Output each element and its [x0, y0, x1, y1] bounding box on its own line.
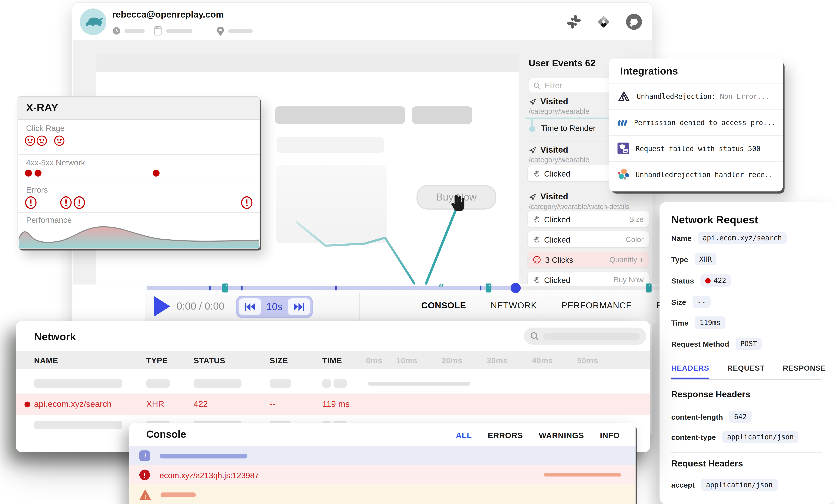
console-row-warning[interactable]: ! [129, 485, 636, 504]
cursor-hand-icon [448, 193, 466, 214]
divider [671, 452, 822, 453]
user-events-count: 62 [585, 58, 596, 68]
integration-error-text: Unhandledrejection handler rece.. [636, 171, 773, 178]
search-skeleton [543, 333, 640, 340]
tab-request[interactable]: REQUEST [727, 364, 765, 379]
event-marker-icon[interactable] [486, 284, 491, 292]
divider [18, 182, 260, 182]
skip-forward-button[interactable] [288, 299, 310, 315]
waves-icon [617, 116, 628, 128]
network-error-dot[interactable] [153, 170, 160, 177]
play-button[interactable] [154, 296, 171, 316]
network-table-header: NAME TYPE STATUS SIZE TIME 0ms 10ms 20ms… [16, 351, 650, 369]
hand-pointer-icon [533, 169, 540, 177]
request-detail-tabs: HEADERS REQUEST RESPONSE [671, 364, 826, 379]
time-to-render-label[interactable]: Time to Render [541, 123, 596, 132]
xray-title: X-RAY [26, 102, 58, 114]
field-status-value: 422 [700, 275, 731, 287]
hand-pointer-icon [533, 235, 540, 243]
angry-face-icon[interactable] [24, 135, 36, 146]
integration-row-elastic[interactable]: Unhandledrejection handler rece.. [609, 161, 783, 187]
error-badge-icon[interactable] [60, 196, 72, 210]
player-time: 0:00 / 0:00 [177, 301, 224, 312]
xray-section-label: Performance [26, 215, 72, 224]
console-title: Console [146, 429, 186, 440]
header-accept: accept application/json [671, 479, 777, 491]
console-panel: Console ALL ERRORS WARNINGS INFO i ! eco… [129, 423, 636, 504]
player-timeline[interactable]: “ [147, 286, 723, 290]
tab-all[interactable]: ALL [456, 431, 472, 440]
skip-controls: 10s [236, 296, 313, 318]
content-type-value: application/json [722, 431, 798, 443]
xray-section-label: Click Rage [26, 123, 65, 132]
session-header: rebecca@openreplay.com [72, 3, 652, 40]
error-badge-icon[interactable] [24, 196, 37, 210]
event-url: /category/wearable/watch-details [529, 202, 630, 211]
table-row-skeleton[interactable] [16, 373, 650, 393]
tab-performance[interactable]: PERFORMANCE [562, 301, 632, 311]
response-headers-title: Response Headers [671, 389, 750, 399]
error-badge-icon[interactable] [73, 196, 86, 210]
event-clicked-card[interactable]: Clicked Color [528, 231, 649, 247]
player-tabs: CONSOLE NETWORK PERFORMANCE REDUX [421, 301, 688, 311]
performance-chart [19, 223, 259, 248]
event-marker-icon[interactable] [646, 284, 652, 292]
console-row-info[interactable]: i [129, 446, 636, 465]
integration-row-datadog[interactable]: Request failed with status 500 [609, 135, 783, 161]
integrations-panel: Integrations UnhandledRejection: Non-Err… [609, 59, 783, 192]
tab-warnings[interactable]: WARNINGS [539, 431, 584, 440]
network-search[interactable] [524, 328, 646, 345]
tab-headers[interactable]: HEADERS [671, 364, 709, 379]
xray-section-label: Errors [26, 185, 48, 194]
event-rage-clicks-card[interactable]: 3 Clicks Quantity + [528, 251, 649, 268]
console-error-source: ecom.xyz/a213qh.js:123987 [160, 470, 259, 480]
tab-info[interactable]: INFO [600, 431, 619, 440]
error-icon: ! [139, 470, 150, 480]
clock-icon [113, 27, 120, 35]
event-clicked-card[interactable]: Clicked Size [528, 211, 649, 227]
datadog-icon [617, 142, 630, 155]
tab-console[interactable]: CONSOLE [421, 301, 466, 311]
console-tabs: ALL ERRORS WARNINGS INFO [456, 431, 619, 440]
quote-marker-icon[interactable]: “ [438, 281, 444, 294]
event-url: /category/wearable [529, 108, 590, 115]
error-badge-icon[interactable] [240, 196, 253, 210]
field-method-value: POST [736, 337, 762, 350]
openreplay-marketing-composite: rebecca@openreplay.com [0, 0, 834, 504]
browser-icon [154, 26, 162, 36]
event-url: /category/wearable [529, 156, 590, 164]
rhino-icon [80, 8, 106, 35]
event-visited[interactable]: Visited /category/wearable [529, 145, 590, 164]
jira-icon[interactable] [596, 14, 612, 30]
skip-back-button[interactable] [239, 299, 261, 315]
tab-response[interactable]: RESPONSE [783, 364, 826, 379]
playhead[interactable] [511, 283, 521, 293]
github-icon[interactable] [626, 13, 642, 30]
event-visited[interactable]: Visited /category/wearable/watch-details [529, 192, 630, 211]
angry-face-icon[interactable] [36, 135, 47, 146]
cell-name: api.ecom.xyz/search [34, 399, 111, 409]
skip-interval-label: 10s [266, 301, 283, 313]
tab-errors[interactable]: ERRORS [488, 431, 523, 440]
navigate-icon [529, 97, 537, 106]
network-error-dot[interactable] [35, 170, 42, 177]
request-headers-title: Request Headers [671, 458, 743, 468]
slack-icon[interactable] [566, 14, 582, 30]
sentry-icon [617, 90, 631, 103]
event-visited[interactable]: Visited /category/wearable [529, 97, 590, 115]
network-error-dot[interactable] [25, 170, 32, 177]
angry-face-icon[interactable] [54, 135, 65, 146]
navigate-icon [529, 193, 537, 201]
event-marker-icon[interactable] [222, 284, 228, 292]
integration-row-waves[interactable]: Permission denied to access pro... [609, 109, 783, 135]
timeline-tick [480, 286, 481, 290]
table-row-error[interactable]: api.ecom.xyz/search XHR 422 -- 119 ms [16, 393, 650, 415]
console-row-error[interactable]: ! ecom.xyz/a213qh.js:123987 [129, 465, 636, 485]
search-icon [530, 332, 539, 340]
tab-network[interactable]: NETWORK [491, 301, 537, 311]
hand-pointer-icon [533, 276, 540, 284]
status-error-dot [705, 278, 710, 283]
field-time: Time 119ms [671, 316, 725, 329]
integration-row-sentry[interactable]: UnhandledRejection: Non-Error... [609, 83, 783, 109]
timeline-tick [209, 286, 211, 290]
